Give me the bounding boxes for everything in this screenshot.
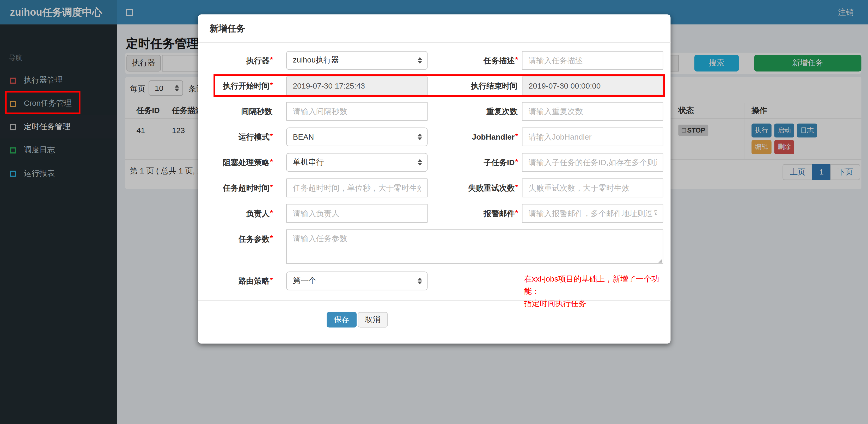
timeout-input[interactable] [286,178,428,197]
form-row: 负责人* 报警邮件* [198,204,671,223]
interval-input[interactable] [286,102,428,121]
timeout-label: 任务超时时间* [203,178,273,198]
save-button[interactable]: 保存 [327,312,356,328]
job-handler-label: JobHandler* [434,127,518,146]
interval-label: 间隔秒数 [203,102,273,121]
form-row: 阻塞处理策略* 单机串行 子任务ID* [198,153,671,172]
owner-label: 负责人* [203,204,273,223]
modal-note: 在xxl-jobs项目的基础上，新增了一个功能： 指定时间执行任务 [524,273,670,309]
modal-note-line1: 在xxl-jobs项目的基础上，新增了一个功能： [524,273,670,297]
executor-label: 执行器* [203,51,273,70]
route-select-value: 第一个 [293,276,316,286]
form-row: 运行模式* BEAN JobHandler* [198,127,671,146]
repeat-input[interactable] [522,102,663,121]
owner-input[interactable] [286,204,428,223]
route-label: 路由策略* [203,272,273,291]
params-textarea[interactable] [286,229,663,264]
cancel-button[interactable]: 取消 [358,312,388,328]
add-job-modal: 新增任务 执行器* zuihou执行器 任务描述* 执行开始时间* 执行结束时间… [198,14,671,344]
block-strategy-label: 阻塞处理策略* [203,153,273,172]
job-handler-input[interactable] [522,127,663,146]
executor-select-value: zuihou执行器 [293,56,339,65]
job-desc-input[interactable] [522,51,663,70]
glue-type-select[interactable]: BEAN [286,127,428,146]
select-spinner-icon [417,134,422,140]
select-spinner-icon [417,57,422,64]
route-select[interactable]: 第一个 [286,272,428,290]
form-row: 任务参数* [198,229,671,264]
retry-input[interactable] [522,178,663,197]
retry-label: 失败重试次数* [434,178,518,198]
modal-header-divider [198,42,671,43]
annotation-box-sidebar [5,91,80,114]
form-row: 间隔秒数 重复次数 [198,102,671,121]
job-desc-label: 任务描述* [434,51,518,70]
child-job-input[interactable] [522,153,663,172]
repeat-label: 重复次数 [434,102,518,121]
alarm-email-input[interactable] [522,204,663,223]
modal-footer-divider [198,300,671,301]
block-strategy-select[interactable]: 单机串行 [286,153,428,172]
form-row: 任务超时时间* 失败重试次数* [198,178,671,197]
params-label: 任务参数* [203,229,273,249]
form-row: 执行器* zuihou执行器 任务描述* [198,51,671,70]
child-job-label: 子任务ID* [434,153,518,172]
modal-note-line2: 指定时间执行任务 [524,297,670,309]
select-spinner-icon [417,278,422,284]
glue-type-select-value: BEAN [293,133,314,141]
block-strategy-select-value: 单机串行 [293,157,324,167]
resize-handle-icon[interactable] [658,259,662,263]
annotation-box-time-row [214,74,665,97]
alarm-email-label: 报警邮件* [434,204,518,223]
viewport: zuihou任务调度中心 注销 导航 执行器管理Cron任务管理定时任务管理调度… [0,0,868,424]
modal-title: 新增任务 [210,23,245,35]
glue-type-label: 运行模式* [203,127,273,146]
select-spinner-icon [417,159,422,166]
executor-select[interactable]: zuihou执行器 [286,51,428,70]
